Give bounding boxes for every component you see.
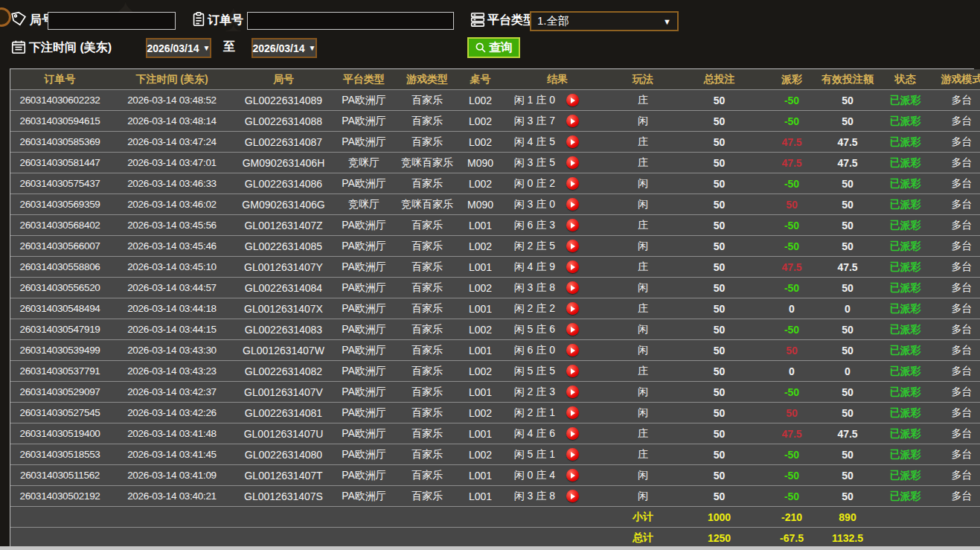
cell-payout: 0: [766, 361, 818, 382]
cell-valid-bet: 50: [818, 403, 877, 423]
replay-video-button[interactable]: [566, 448, 579, 461]
cell-game-type: 百家乐: [395, 278, 459, 298]
cell-round-no: GL0012631407Z: [234, 215, 333, 236]
cell-bet-type: 庄: [613, 215, 673, 236]
replay-video-button[interactable]: [566, 135, 579, 148]
cell-valid-bet: 50: [818, 486, 877, 507]
replay-video-button[interactable]: [566, 94, 579, 106]
replay-video-button[interactable]: [566, 177, 579, 190]
cell-valid-bet: 47.5: [818, 153, 877, 173]
cell-bet-type: 庄: [613, 298, 673, 319]
cell-round-no: GL00226314081: [234, 403, 333, 423]
cell-valid-bet: 0: [818, 298, 877, 319]
cell-order-no: 260314030548494: [10, 298, 109, 319]
date-to-picker[interactable]: 2026/03/14 ▼: [252, 38, 317, 58]
replay-video-button[interactable]: [566, 344, 579, 356]
range-separator-label: 至: [223, 39, 235, 55]
cell-bet-type: 庄: [613, 90, 673, 111]
cell-bet-time: 2026-03-14 03:41:09: [109, 465, 234, 486]
replay-video-button[interactable]: [566, 219, 579, 231]
cell-order-no: 260314030547919: [10, 319, 109, 340]
replay-video-button[interactable]: [566, 260, 579, 273]
cell-total-bet: 50: [673, 361, 766, 382]
cell-result: 闲 2 庄 1: [502, 403, 613, 423]
cell-platform-type: 竞咪厅: [333, 153, 395, 173]
cell-result: 闲 2 庄 5: [502, 236, 613, 257]
cell-order-no: 260314030568402: [10, 215, 109, 236]
cell-game-type: 百家乐: [395, 173, 459, 194]
cell-result: 闲 4 庄 9: [502, 257, 613, 278]
cell-status: 已派彩: [877, 403, 933, 423]
date-from-picker[interactable]: 2026/03/14 ▼: [146, 38, 211, 58]
cell-payout: -50: [766, 319, 818, 340]
table-row: 260314030585369 2026-03-14 03:47:24 GL00…: [10, 132, 980, 153]
cell-table-no: L001: [459, 465, 502, 486]
play-icon: [571, 97, 575, 103]
cell-order-no: 260314030602232: [10, 90, 109, 111]
cell-status: 已派彩: [877, 257, 933, 278]
cell-game-mode: 多台: [933, 153, 980, 173]
cell-valid-bet: 50: [818, 340, 877, 361]
cell-bet-time: 2026-03-14 03:43:23: [109, 361, 234, 382]
cell-game-mode: 多台: [933, 298, 980, 319]
replay-video-button[interactable]: [566, 240, 579, 252]
cell-round-no: GL0012631407X: [234, 298, 333, 319]
bet-records-table: 订单号 下注时间 (美东) 局号 平台类型 游戏类型 桌号 结果 玩法 总投注 …: [10, 68, 974, 546]
cell-platform-type: PA欧洲厅: [333, 340, 395, 361]
cell-result: 闲 5 庄 6: [502, 319, 613, 340]
result-text: 闲 4 庄 5: [503, 135, 566, 149]
search-button[interactable]: 查询: [467, 37, 520, 58]
play-icon: [571, 181, 575, 187]
replay-video-button[interactable]: [566, 365, 579, 377]
cell-bet-type: 闲: [613, 465, 673, 486]
cell-bet-time: 2026-03-14 03:44:18: [109, 298, 234, 319]
result-text: 闲 0 庄 2: [503, 177, 566, 191]
cell-valid-bet: 0: [818, 361, 877, 382]
bet-time-label: 下注时间 (美东): [29, 40, 112, 56]
search-button-label: 查询: [489, 40, 513, 56]
replay-video-button[interactable]: [566, 115, 579, 127]
play-icon: [571, 160, 575, 166]
cell-total-bet: 50: [673, 403, 766, 423]
replay-video-button[interactable]: [566, 281, 579, 294]
cell-result: 闲 1 庄 0: [502, 90, 613, 111]
cell-game-mode: 多台: [933, 403, 980, 423]
cell-platform-type: PA欧洲厅: [333, 361, 395, 382]
table-row: 260314030518553 2026-03-14 03:41:45 GL00…: [10, 444, 980, 465]
cell-bet-time: 2026-03-14 03:41:48: [109, 423, 234, 444]
cell-platform-type: PA欧洲厅: [333, 486, 395, 507]
cell-game-mode: 多台: [933, 132, 980, 153]
round-no-input[interactable]: [48, 12, 176, 30]
replay-video-button[interactable]: [566, 156, 579, 169]
replay-video-button[interactable]: [566, 323, 579, 336]
cell-bet-time: 2026-03-14 03:41:45: [109, 444, 234, 465]
cell-round-no: GL00226314089: [234, 90, 333, 111]
horizontal-scrollbar[interactable]: [0, 546, 980, 550]
cell-round-no: GL00226314087: [234, 132, 333, 153]
cell-result: 闲 4 庄 5: [502, 132, 613, 153]
cell-round-no: GL00226314080: [234, 444, 333, 465]
replay-video-button[interactable]: [566, 198, 579, 211]
result-text: 闲 4 庄 9: [503, 260, 566, 274]
result-text: 闲 3 庄 0: [503, 198, 566, 211]
replay-video-button[interactable]: [566, 469, 579, 482]
platform-type-selected-value: 1.全部: [537, 14, 569, 28]
result-text: 闲 0 庄 4: [503, 469, 566, 482]
cell-bet-time: 2026-03-14 03:47:01: [109, 153, 234, 173]
replay-video-button[interactable]: [566, 386, 579, 398]
result-text: 闲 3 庄 5: [503, 156, 566, 170]
replay-video-button[interactable]: [566, 427, 579, 440]
cell-bet-type: 闲: [613, 173, 673, 194]
cell-table-no: L002: [459, 278, 502, 298]
replay-video-button[interactable]: [566, 302, 579, 315]
play-icon: [571, 223, 575, 228]
cell-bet-type: 庄: [613, 423, 673, 444]
grand-total-payout: -67.5: [766, 528, 818, 549]
replay-video-button[interactable]: [566, 490, 579, 502]
platform-type-select[interactable]: 1.全部 ▼: [530, 11, 679, 31]
replay-video-button[interactable]: [566, 406, 579, 419]
cell-round-no: GL0012631407T: [234, 465, 333, 486]
cell-game-mode: 多台: [933, 278, 980, 298]
order-no-input[interactable]: [247, 12, 454, 30]
cell-order-no: 260314030585369: [10, 132, 109, 153]
